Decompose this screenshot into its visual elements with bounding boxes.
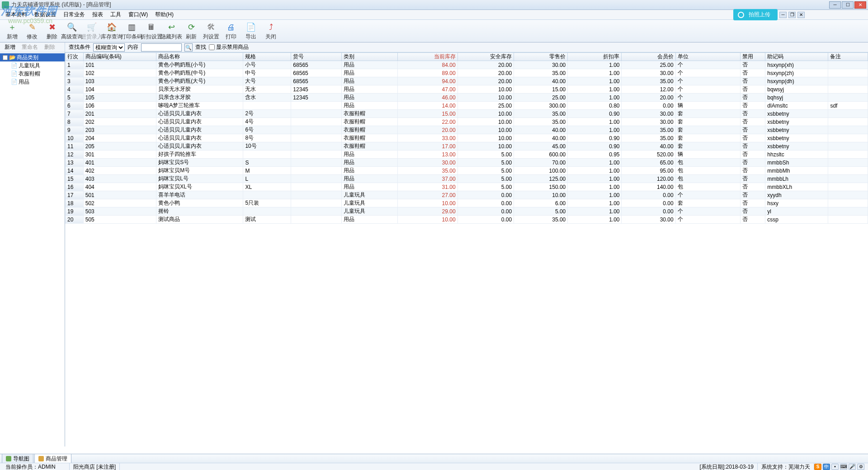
show-disabled-checkbox[interactable] bbox=[209, 44, 215, 50]
tab-product[interactable]: 商品管理 bbox=[34, 454, 71, 464]
cell: 1.00 bbox=[568, 118, 622, 126]
toolbar-stockquery-button[interactable]: 🏠库存查询 bbox=[102, 21, 121, 41]
col-header-11[interactable]: 单位 bbox=[675, 53, 740, 61]
upload-photo-button[interactable]: 拍照上传 bbox=[733, 9, 778, 20]
table-row[interactable]: 19503摇铃儿童玩具29.000.005.001.000.00个否yl bbox=[66, 207, 868, 216]
maximize-button[interactable]: ☐ bbox=[842, 1, 854, 9]
cell: 用品 bbox=[341, 69, 398, 77]
ime-lang-icon[interactable]: 中 bbox=[823, 464, 830, 470]
content-input[interactable] bbox=[141, 43, 182, 52]
cell: 个 bbox=[675, 69, 740, 77]
toolbar-colset-button[interactable]: 🛠列设置 bbox=[202, 21, 221, 41]
cell: 10 bbox=[66, 134, 84, 142]
col-header-14[interactable]: 备注 bbox=[828, 53, 868, 61]
mdi-close-button[interactable]: ✕ bbox=[797, 12, 805, 18]
tree-delete-button[interactable]: 删除 bbox=[44, 43, 55, 51]
cell: 1.00 bbox=[568, 77, 622, 85]
table-row[interactable]: 5105贝亲含水牙胶含水12345用品46.0010.0025.001.0020… bbox=[66, 94, 868, 102]
cell: 否 bbox=[740, 159, 765, 167]
category-tree: - 📂 商品类别 📄儿童玩具📄衣服鞋帽📄用品 bbox=[0, 52, 65, 446]
cell: 衣服鞋帽 bbox=[341, 134, 398, 142]
cell bbox=[291, 191, 341, 199]
table-row[interactable]: 13401妈咪宝贝S号S用品30.005.0070.001.0065.00包否m… bbox=[66, 159, 868, 167]
toolbar-delete-button[interactable]: ✖删除 bbox=[42, 21, 61, 41]
tree-root[interactable]: - 📂 商品类别 bbox=[0, 53, 65, 61]
show-disabled-label[interactable]: 显示禁用商品 bbox=[209, 43, 249, 51]
table-row[interactable]: 9203心适贝贝儿童内衣6号衣服鞋帽20.0010.0040.001.0035.… bbox=[66, 126, 868, 134]
collapse-icon[interactable]: - bbox=[3, 55, 8, 60]
ime-set-icon[interactable]: ⚙ bbox=[857, 464, 864, 470]
table-row[interactable]: 16404妈咪宝贝XL号XL用品31.005.00150.001.00140.0… bbox=[66, 183, 868, 191]
ime-punct-icon[interactable]: • bbox=[831, 464, 839, 470]
toolbar-advsearch-button[interactable]: 🔍高级查询 bbox=[62, 21, 81, 41]
search-icon-button[interactable]: 🔍 bbox=[184, 43, 193, 52]
table-row[interactable]: 7201心适贝贝儿童内衣2号衣服鞋帽15.0010.0035.000.9030.… bbox=[66, 110, 868, 118]
tree-item-2[interactable]: 📄用品 bbox=[11, 78, 65, 86]
col-header-9[interactable]: 折扣率 bbox=[568, 53, 622, 61]
toolbar-export-button[interactable]: 📄导出 bbox=[241, 21, 260, 41]
table-row[interactable]: 3103黄色小鸭奶瓶(大号)大号68565用品94.0020.0040.001.… bbox=[66, 77, 868, 85]
table-row[interactable]: 11205心适贝贝儿童内衣10号衣服鞋帽17.0010.0045.000.904… bbox=[66, 142, 868, 150]
tree-rename-button[interactable]: 重命名 bbox=[22, 43, 38, 51]
table-row[interactable]: 6106哆啦A梦三轮推车用品14.0025.00300.000.800.00辆否… bbox=[66, 102, 868, 110]
table-row[interactable]: 1101黄色小鸭奶瓶(小号)小号68565用品84.0020.0030.001.… bbox=[66, 61, 868, 69]
col-header-13[interactable]: 助记码 bbox=[765, 53, 828, 61]
col-header-7[interactable]: 安全库存 bbox=[458, 53, 514, 61]
table-row[interactable]: 12301好孩子四轮推车用品13.005.00600.000.95520.00辆… bbox=[66, 150, 868, 159]
table-row[interactable]: 18502黄色小鸭5只装儿童玩具10.000.006.001.000.00套否h… bbox=[66, 199, 868, 207]
cell: 用品 bbox=[341, 167, 398, 175]
cell: 17 bbox=[66, 191, 84, 199]
col-header-8[interactable]: 零售价 bbox=[514, 53, 568, 61]
ime-s-icon[interactable]: S bbox=[814, 464, 821, 470]
tab-nav[interactable]: 导航图 bbox=[2, 454, 33, 464]
mdi-minimize-button[interactable]: ─ bbox=[779, 12, 787, 18]
search-button[interactable]: 查找 bbox=[195, 43, 206, 51]
table-row[interactable]: 14402妈咪宝贝M号M用品35.005.00100.001.0095.00包否… bbox=[66, 167, 868, 175]
col-header-4[interactable]: 货号 bbox=[291, 53, 341, 61]
cell: 否 bbox=[740, 110, 765, 118]
menu-window[interactable]: 窗口(W) bbox=[126, 10, 151, 19]
toolbar-print-button[interactable]: 🖨打印 bbox=[222, 21, 241, 41]
toolbar-refresh-button[interactable]: ⟳刷新 bbox=[182, 21, 201, 41]
col-header-1[interactable]: 商品编码(条码) bbox=[83, 53, 156, 61]
toolbar-new-button[interactable]: ＋新增 bbox=[3, 21, 22, 41]
table-row[interactable]: 15403妈咪宝贝L号L用品37.005.00125.001.00120.00包… bbox=[66, 175, 868, 183]
product-grid: 行次商品编码(条码)商品名称规格货号类别当前库存安全库存零售价折扣率会员价单位禁… bbox=[65, 52, 868, 224]
table-row[interactable]: 17501喜羊羊电话儿童玩具27.000.0010.001.000.00个否xy… bbox=[66, 191, 868, 199]
table-row[interactable]: 2102黄色小鸭奶瓶(中号)中号68565用品89.0020.0035.001.… bbox=[66, 69, 868, 77]
cell: 600.00 bbox=[514, 150, 568, 159]
mdi-restore-button[interactable]: ❐ bbox=[788, 12, 796, 18]
menu-daily[interactable]: 日常业务 bbox=[61, 10, 88, 19]
table-row[interactable]: 4104贝亲无水牙胶无水12345用品47.0010.0015.001.0012… bbox=[66, 85, 868, 94]
table-row[interactable]: 20505测试商品测试用品10.000.0035.001.0030.00个否cs… bbox=[66, 216, 868, 224]
menu-report[interactable]: 报表 bbox=[90, 10, 106, 19]
menu-data[interactable]: 数据设置 bbox=[32, 10, 59, 19]
toolbar-printbarcode-button[interactable]: ▥打印条码 bbox=[122, 21, 141, 41]
table-row[interactable]: 8202心适贝贝儿童内衣4号衣服鞋帽22.0010.0035.001.0030.… bbox=[66, 118, 868, 126]
tree-item-0[interactable]: 📄儿童玩具 bbox=[11, 61, 65, 70]
col-header-10[interactable]: 会员价 bbox=[622, 53, 675, 61]
col-header-12[interactable]: 禁用 bbox=[740, 53, 765, 61]
menu-help[interactable]: 帮助(H) bbox=[152, 10, 176, 19]
ime-kb-icon[interactable]: ⌨ bbox=[840, 464, 847, 470]
tree-new-button[interactable]: 新增 bbox=[5, 43, 15, 51]
toolbar-close-button[interactable]: ⤴关闭 bbox=[261, 21, 280, 41]
condition-select[interactable]: 模糊查询 bbox=[93, 43, 125, 52]
ime-mic-icon[interactable]: 🎤 bbox=[849, 464, 856, 470]
cell: 心适贝贝儿童内衣 bbox=[156, 134, 243, 142]
minimize-button[interactable]: ─ bbox=[829, 1, 841, 9]
menu-basic[interactable]: 基本资料 bbox=[3, 10, 30, 19]
toolbar-edit-button[interactable]: ✎修改 bbox=[23, 21, 42, 41]
toolbar-discount-button[interactable]: 🖩折扣设置 bbox=[142, 21, 161, 41]
col-header-2[interactable]: 商品名称 bbox=[156, 53, 243, 61]
col-header-0[interactable]: 行次 bbox=[66, 53, 84, 61]
toolbar-hidecol-button[interactable]: ↩隐藏列表 bbox=[162, 21, 181, 41]
table-row[interactable]: 10204心适贝贝儿童内衣8号衣服鞋帽33.0010.0040.000.9035… bbox=[66, 134, 868, 142]
col-header-5[interactable]: 类别 bbox=[341, 53, 398, 61]
col-header-3[interactable]: 规格 bbox=[243, 53, 291, 61]
close-window-button[interactable]: ✕ bbox=[854, 1, 866, 9]
product-grid-wrap[interactable]: 行次商品编码(条码)商品名称规格货号类别当前库存安全库存零售价折扣率会员价单位禁… bbox=[65, 52, 868, 446]
menu-tools[interactable]: 工具 bbox=[108, 10, 124, 19]
col-header-6[interactable]: 当前库存 bbox=[398, 53, 458, 61]
tree-item-1[interactable]: 📄衣服鞋帽 bbox=[11, 70, 65, 78]
